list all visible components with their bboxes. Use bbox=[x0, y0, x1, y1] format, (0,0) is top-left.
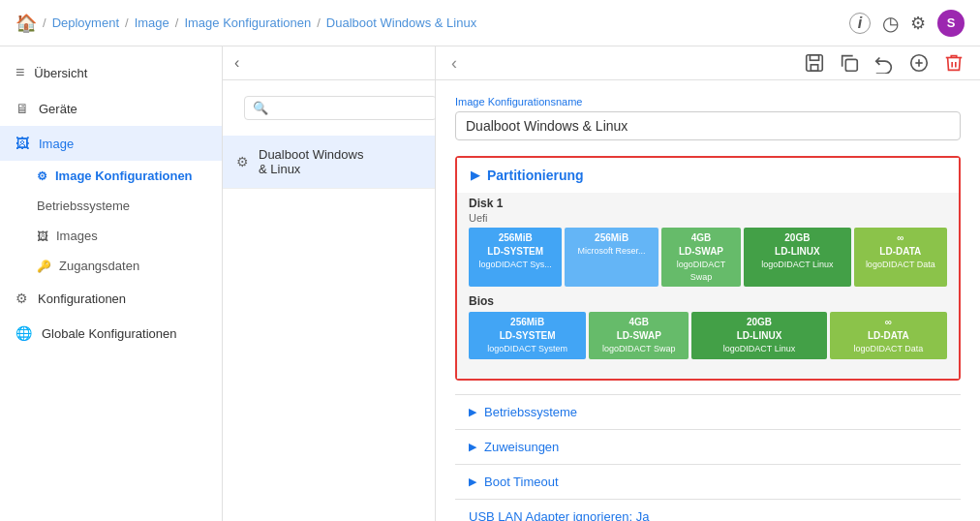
middle-panel: ‹ 🔍 ⚙ Dualboot Windows& Linux bbox=[223, 46, 436, 521]
save-button[interactable] bbox=[804, 52, 825, 74]
middle-panel-nav: ‹ bbox=[223, 46, 435, 80]
dualboot-gear-icon: ⚙ bbox=[236, 154, 249, 169]
partition-size: 4GB bbox=[667, 231, 735, 245]
main-layout: ≡ Übersicht 🖥 Geräte 🖼 Image ⚙ Image Kon… bbox=[0, 46, 980, 521]
main-content: ‹ Image Konf bbox=[436, 46, 980, 521]
home-icon[interactable]: 🏠 bbox=[15, 13, 37, 34]
partition-size: 256MiB bbox=[475, 231, 556, 245]
partition-size: 20GB bbox=[697, 316, 820, 329]
search-box[interactable]: 🔍 bbox=[244, 96, 437, 120]
topbar: 🏠 / Deployment / Image / Image Konfigura… bbox=[0, 0, 980, 46]
breadcrumb-dualboot[interactable]: Dualboot Windows & Linux bbox=[326, 15, 476, 30]
partition-size: ∞ bbox=[860, 231, 941, 245]
partition-name: LD-LINUX bbox=[750, 245, 844, 259]
settings-icon[interactable]: ⚙ bbox=[910, 13, 926, 34]
toolbar-right bbox=[804, 52, 965, 74]
image-icon: 🖼 bbox=[15, 136, 29, 151]
partitionierung-label: Partitionierung bbox=[487, 168, 584, 183]
zuweisungen-section[interactable]: ▶ Zuweisungen bbox=[455, 429, 961, 464]
sidebar-item-gerate[interactable]: 🖥 Geräte bbox=[0, 91, 222, 126]
partition-name: LD-DATA bbox=[860, 245, 941, 259]
usb-lan-label: USB LAN Adapter ignorieren: bbox=[469, 509, 632, 521]
boot-timeout-arrow-icon: ▶ bbox=[469, 475, 476, 488]
partition-sub: Microsoft Reser... bbox=[570, 245, 652, 258]
undo-button[interactable] bbox=[873, 52, 895, 74]
konfigurationen-icon: ⚙ bbox=[15, 291, 28, 306]
topbar-right: i ◷ ⚙ S bbox=[849, 10, 965, 37]
add-button[interactable] bbox=[908, 52, 930, 74]
usb-lan-value: Ja bbox=[636, 509, 650, 521]
betriebssysteme-arrow-icon: ▶ bbox=[469, 406, 476, 418]
copy-button[interactable] bbox=[839, 52, 860, 74]
svg-rect-3 bbox=[845, 59, 857, 71]
svg-rect-2 bbox=[811, 65, 817, 71]
refresh-icon[interactable]: ◷ bbox=[882, 12, 899, 35]
breadcrumb-deployment[interactable]: Deployment bbox=[52, 15, 119, 30]
disk2-row: 256MiB LD-SYSTEM logoDIDACT System 4GB L… bbox=[469, 312, 947, 359]
toolbar: ‹ bbox=[436, 46, 980, 80]
sidebar-item-image[interactable]: 🖼 Image bbox=[0, 126, 222, 161]
toolbar-back-arrow[interactable]: ‹ bbox=[451, 53, 457, 74]
disk1-partition-0[interactable]: 256MiB LD-SYSTEM logoDIDACT Sys... bbox=[469, 228, 562, 287]
image-small-icon: 🖼 bbox=[37, 230, 48, 243]
search-input[interactable] bbox=[274, 101, 428, 115]
boot-timeout-label: Boot Timeout bbox=[484, 475, 559, 489]
disk2-partition-2[interactable]: 20GB LD-LINUX logoDIDACT Linux bbox=[691, 312, 826, 359]
globale-icon: 🌐 bbox=[15, 325, 32, 341]
disk1-partition-1[interactable]: 256MiB Microsoft Reser... bbox=[565, 228, 658, 287]
info-icon[interactable]: i bbox=[849, 13, 871, 34]
sidebar-sub-images[interactable]: 🖼 Images bbox=[37, 221, 222, 251]
partitionierung-header[interactable]: ▶ Partitionierung bbox=[457, 158, 959, 193]
sidebar-sub-image: ⚙ Image Konfigurationen Betriebssysteme … bbox=[0, 161, 222, 281]
sidebar-item-globale-konfigurationen[interactable]: 🌐 Globale Konfigurationen bbox=[0, 316, 222, 351]
sidebar-item-ubersicht[interactable]: ≡ Übersicht bbox=[0, 54, 222, 91]
middle-item-dualboot[interactable]: ⚙ Dualboot Windows& Linux bbox=[223, 136, 435, 189]
toolbar-left: ‹ bbox=[451, 53, 457, 74]
disk2-partition-0[interactable]: 256MiB LD-SYSTEM logoDIDACT System bbox=[469, 312, 586, 359]
partition-sub: logoDIDACT Swap bbox=[667, 259, 735, 283]
gear-small-icon: ⚙ bbox=[37, 169, 47, 183]
disk1-partition-3[interactable]: 20GB LD-LINUX logoDIDACT Linux bbox=[744, 228, 850, 287]
config-name-input[interactable] bbox=[455, 111, 961, 140]
svg-rect-0 bbox=[807, 55, 823, 72]
betriebssysteme-section[interactable]: ▶ Betriebssysteme bbox=[455, 394, 961, 429]
sidebar-sub-betriebssysteme[interactable]: Betriebssysteme bbox=[37, 191, 222, 221]
partitionierung-section: ▶ Partitionierung Disk 1 Uefi 256MiB LD-… bbox=[455, 156, 961, 381]
partition-name: LD-DATA bbox=[836, 329, 941, 343]
svg-rect-1 bbox=[810, 55, 818, 61]
middle-panel-back-arrow[interactable]: ‹ bbox=[234, 54, 239, 72]
sidebar-item-konfigurationen[interactable]: ⚙ Konfigurationen bbox=[0, 281, 222, 316]
breadcrumb-image[interactable]: Image bbox=[135, 15, 169, 30]
key-icon: 🔑 bbox=[37, 260, 51, 273]
ubersicht-icon: ≡ bbox=[15, 64, 24, 81]
partition-sub: logoDIDACT Data bbox=[836, 343, 941, 355]
partition-name: LD-SYSTEM bbox=[475, 245, 556, 259]
partition-name: LD-SYSTEM bbox=[475, 329, 580, 343]
middle-item-label: Dualboot Windows& Linux bbox=[259, 147, 363, 176]
zuweisungen-label: Zuweisungen bbox=[484, 440, 559, 454]
search-container: 🔍 bbox=[223, 80, 435, 136]
partition-sub: logoDIDACT System bbox=[475, 343, 580, 355]
partition-sub: logoDIDACT Linux bbox=[697, 343, 820, 355]
disk2-partition-3[interactable]: ∞ LD-DATA logoDIDACT Data bbox=[830, 312, 947, 359]
search-icon: 🔍 bbox=[253, 101, 268, 115]
partition-size: 256MiB bbox=[475, 316, 580, 329]
avatar[interactable]: S bbox=[937, 10, 965, 37]
sidebar-sub-image-konfigurationen[interactable]: ⚙ Image Konfigurationen bbox=[37, 161, 222, 191]
boot-timeout-section[interactable]: ▶ Boot Timeout bbox=[455, 464, 961, 499]
content-area: Image Konfigurationsname ▶ Partitionieru… bbox=[436, 80, 980, 521]
partition-size: ∞ bbox=[836, 316, 941, 329]
disk2-partition-1[interactable]: 4GB LD-SWAP logoDIDACT Swap bbox=[589, 312, 689, 359]
partition-size: 256MiB bbox=[570, 231, 652, 245]
betriebssysteme-label: Betriebssysteme bbox=[484, 405, 577, 419]
sidebar-sub-zugangsdaten[interactable]: 🔑 Zugangsdaten bbox=[37, 251, 222, 281]
partition-sub: logoDIDACT Sys... bbox=[475, 259, 556, 271]
breadcrumb-image-konfigurationen[interactable]: Image Konfigurationen bbox=[184, 15, 311, 30]
disk2-label: Bios bbox=[469, 294, 947, 308]
disk1-label: Disk 1 bbox=[469, 197, 947, 210]
disk1-partition-4[interactable]: ∞ LD-DATA logoDIDACT Data bbox=[854, 228, 947, 287]
disk1-content: Disk 1 Uefi 256MiB LD-SYSTEM logoDIDACT … bbox=[457, 193, 959, 379]
breadcrumb-area: 🏠 / Deployment / Image / Image Konfigura… bbox=[15, 13, 476, 34]
delete-button[interactable] bbox=[943, 52, 965, 74]
disk1-partition-2[interactable]: 4GB LD-SWAP logoDIDACT Swap bbox=[661, 228, 741, 287]
